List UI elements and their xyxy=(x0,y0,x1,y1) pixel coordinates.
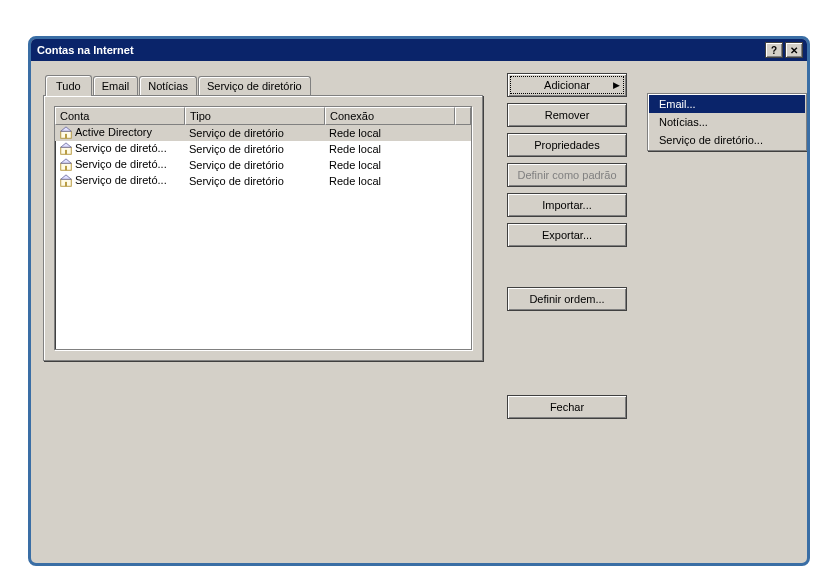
menu-item-email[interactable]: Email... xyxy=(649,95,805,113)
table-row[interactable]: Serviço de diretó...Serviço de diretório… xyxy=(55,157,471,173)
svg-marker-4 xyxy=(61,143,72,147)
list-body: Active DirectoryServiço de diretórioRede… xyxy=(55,125,471,189)
help-button[interactable]: ? xyxy=(765,42,783,58)
col-header-pad xyxy=(455,107,471,125)
svg-marker-1 xyxy=(61,127,72,131)
cell-account: Serviço de diretó... xyxy=(55,141,185,157)
cell-pad xyxy=(455,164,471,166)
import-button[interactable]: Importar... xyxy=(507,193,627,217)
table-row[interactable]: Active DirectoryServiço de diretórioRede… xyxy=(55,125,471,141)
menu-item-directory[interactable]: Serviço de diretório... xyxy=(649,131,805,149)
cell-type: Serviço de diretório xyxy=(185,142,325,156)
tab-directory[interactable]: Serviço de diretório xyxy=(198,76,311,95)
window-title: Contas na Internet xyxy=(37,44,763,56)
cell-pad xyxy=(455,148,471,150)
svg-rect-2 xyxy=(65,134,67,138)
cell-connection: Rede local xyxy=(325,158,455,172)
tab-all[interactable]: Tudo xyxy=(45,75,92,96)
define-order-button[interactable]: Definir ordem... xyxy=(507,287,627,311)
properties-button[interactable]: Propriedades xyxy=(507,133,627,157)
table-row[interactable]: Serviço de diretó...Serviço de diretório… xyxy=(55,141,471,157)
col-header-account[interactable]: Conta xyxy=(55,107,185,125)
cell-account: Serviço de diretó... xyxy=(55,157,185,173)
add-button[interactable]: Adicionar ▶ xyxy=(507,73,627,97)
cell-type: Serviço de diretório xyxy=(185,126,325,140)
svg-rect-11 xyxy=(65,182,67,186)
svg-marker-10 xyxy=(61,175,72,179)
svg-marker-7 xyxy=(61,159,72,163)
cell-connection: Rede local xyxy=(325,126,455,140)
menu-item-news[interactable]: Notícias... xyxy=(649,113,805,131)
list-header: Conta Tipo Conexão xyxy=(55,107,471,125)
cell-pad xyxy=(455,132,471,134)
dialog-body: Tudo Email Notícias Serviço de diretório… xyxy=(31,61,807,563)
cell-account: Active Directory xyxy=(55,125,185,141)
button-gap xyxy=(507,253,627,281)
tab-news[interactable]: Notícias xyxy=(139,76,197,95)
export-button[interactable]: Exportar... xyxy=(507,223,627,247)
remove-button[interactable]: Remover xyxy=(507,103,627,127)
directory-icon xyxy=(59,142,75,154)
cell-account: Serviço de diretó... xyxy=(55,173,185,189)
dialog-window: Contas na Internet ? ✕ Tudo Email Notíci… xyxy=(28,36,810,566)
submenu-arrow-icon: ▶ xyxy=(613,80,620,90)
col-header-type[interactable]: Tipo xyxy=(185,107,325,125)
cell-type: Serviço de diretório xyxy=(185,174,325,188)
cell-connection: Rede local xyxy=(325,142,455,156)
svg-rect-5 xyxy=(65,150,67,154)
accounts-list[interactable]: Conta Tipo Conexão Active DirectoryServi… xyxy=(54,106,472,350)
tab-panel: Conta Tipo Conexão Active DirectoryServi… xyxy=(43,95,483,361)
table-row[interactable]: Serviço de diretó...Serviço de diretório… xyxy=(55,173,471,189)
cell-pad xyxy=(455,180,471,182)
close-window-button[interactable]: ✕ xyxy=(785,42,803,58)
cell-type: Serviço de diretório xyxy=(185,158,325,172)
directory-icon xyxy=(59,126,75,138)
svg-rect-8 xyxy=(65,166,67,170)
close-button[interactable]: Fechar xyxy=(507,395,627,419)
button-column: Adicionar ▶ Remover Propriedades Definir… xyxy=(507,73,627,311)
directory-icon xyxy=(59,158,75,170)
add-button-label: Adicionar xyxy=(544,79,590,91)
cell-connection: Rede local xyxy=(325,174,455,188)
titlebar: Contas na Internet ? ✕ xyxy=(31,39,807,61)
directory-icon xyxy=(59,174,75,186)
tab-email[interactable]: Email xyxy=(93,76,139,95)
col-header-connection[interactable]: Conexão xyxy=(325,107,455,125)
close-row: Fechar xyxy=(507,395,627,419)
set-default-button: Definir como padrão xyxy=(507,163,627,187)
add-submenu: Email... Notícias... Serviço de diretóri… xyxy=(647,93,807,151)
